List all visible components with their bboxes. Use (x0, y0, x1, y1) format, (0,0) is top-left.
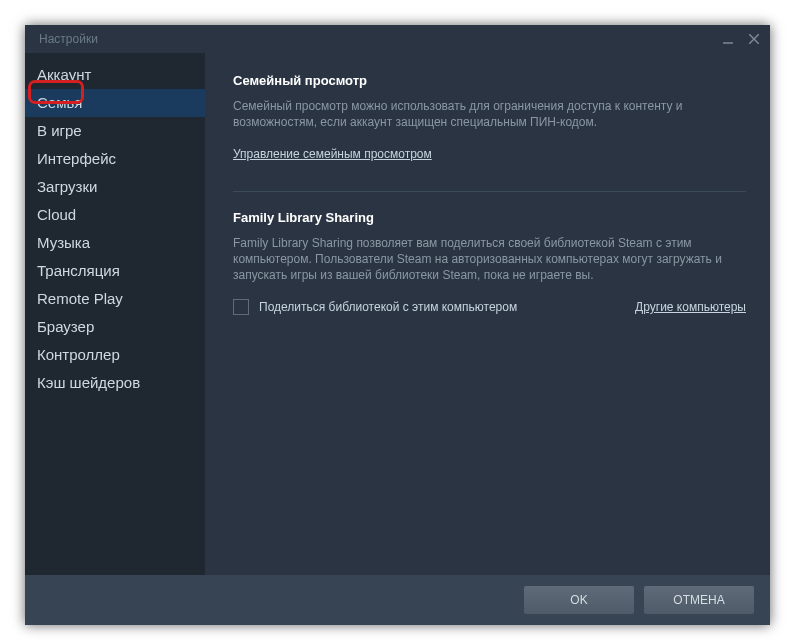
sidebar-item-label: Загрузки (37, 178, 97, 195)
share-library-label: Поделиться библиотекой с этим компьютеро… (259, 300, 517, 314)
ok-button[interactable]: OK (524, 586, 634, 614)
sidebar-item-label: Кэш шейдеров (37, 374, 140, 391)
sidebar-item-label: Аккаунт (37, 66, 91, 83)
sidebar-item-family[interactable]: Семья (25, 89, 205, 117)
sidebar-item-interface[interactable]: Интерфейс (25, 145, 205, 173)
share-library-row: Поделиться библиотекой с этим компьютеро… (233, 299, 746, 315)
sidebar-item-label: Трансляция (37, 262, 120, 279)
sidebar-item-controller[interactable]: Контроллер (25, 341, 205, 369)
sidebar-item-remote-play[interactable]: Remote Play (25, 285, 205, 313)
sidebar-item-label: Браузер (37, 318, 94, 335)
sidebar-item-label: Семья (37, 94, 82, 111)
sidebar-item-broadcast[interactable]: Трансляция (25, 257, 205, 285)
minimize-icon[interactable] (722, 33, 734, 45)
sidebar-item-label: В игре (37, 122, 82, 139)
other-computers-link[interactable]: Другие компьютеры (635, 300, 746, 314)
sidebar-item-label: Контроллер (37, 346, 120, 363)
window-controls (722, 33, 760, 45)
family-view-description: Семейный просмотр можно использовать для… (233, 98, 746, 130)
sidebar-item-label: Remote Play (37, 290, 123, 307)
settings-window: Настройки Аккаунт Семья В игре Интерфейс… (25, 25, 770, 625)
cancel-button[interactable]: ОТМЕНА (644, 586, 754, 614)
sidebar-item-in-game[interactable]: В игре (25, 117, 205, 145)
dialog-footer: OK ОТМЕНА (25, 575, 770, 625)
family-sharing-description: Family Library Sharing позволяет вам под… (233, 235, 746, 283)
close-icon[interactable] (748, 33, 760, 45)
sidebar-item-downloads[interactable]: Загрузки (25, 173, 205, 201)
sidebar-item-shader-cache[interactable]: Кэш шейдеров (25, 369, 205, 397)
sidebar-item-label: Музыка (37, 234, 90, 251)
sidebar-item-music[interactable]: Музыка (25, 229, 205, 257)
sidebar-item-label: Интерфейс (37, 150, 116, 167)
settings-content: Семейный просмотр Семейный просмотр можн… (205, 53, 770, 575)
window-title: Настройки (39, 32, 98, 46)
settings-sidebar: Аккаунт Семья В игре Интерфейс Загрузки … (25, 53, 205, 575)
sidebar-item-browser[interactable]: Браузер (25, 313, 205, 341)
sidebar-item-cloud[interactable]: Cloud (25, 201, 205, 229)
share-library-checkbox[interactable] (233, 299, 249, 315)
window-body: Аккаунт Семья В игре Интерфейс Загрузки … (25, 53, 770, 575)
titlebar: Настройки (25, 25, 770, 53)
sidebar-item-label: Cloud (37, 206, 76, 223)
manage-family-view-link[interactable]: Управление семейным просмотром (233, 147, 432, 161)
family-sharing-title: Family Library Sharing (233, 210, 746, 225)
sidebar-item-account[interactable]: Аккаунт (25, 61, 205, 89)
family-view-title: Семейный просмотр (233, 73, 746, 88)
section-divider (233, 191, 746, 192)
